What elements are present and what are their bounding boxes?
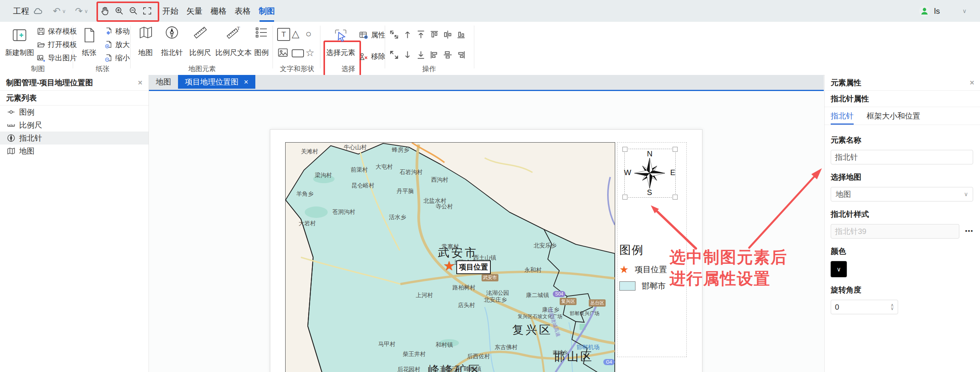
zoom-in-tool-icon[interactable] (114, 0, 124, 22)
zoom-out-tool-icon[interactable] (129, 0, 138, 22)
canvas-tab-layout[interactable]: 项目地理位置图 × (178, 75, 255, 89)
panel-title: 制图管理-项目地理位置图 (6, 78, 93, 88)
align-bottom-button[interactable] (456, 29, 466, 40)
undo-button[interactable]: ↶∨ (53, 0, 66, 22)
align-center-vertical-button[interactable] (443, 50, 453, 60)
map-label: 店头村 (458, 302, 475, 309)
move-up-button[interactable] (402, 29, 413, 40)
circle-tool-button[interactable]: ○ (305, 28, 312, 40)
dropdown-chevron-icon: ∨ (964, 191, 968, 198)
element-item-legend[interactable]: 图例 (0, 106, 149, 119)
north-arrow-style-input[interactable] (831, 224, 959, 239)
properties-tabs: 指北针 框架大小和位置 (825, 107, 980, 125)
align-left-button[interactable] (429, 50, 439, 60)
legend-item-project-location: ★ 项目位置 (619, 263, 667, 275)
map-label: S04 (553, 291, 565, 297)
user-avatar[interactable] (919, 0, 930, 22)
pan-tool-icon[interactable] (100, 0, 110, 22)
align-center-horizontal-button[interactable] (443, 29, 453, 40)
zoom-out-paper-button[interactable]: 缩小 (104, 53, 130, 63)
remove-button[interactable]: 移除 (359, 52, 385, 62)
open-template-button[interactable]: 打开模板 (37, 40, 77, 50)
remove-icon (359, 52, 368, 61)
selection-handle-ne[interactable] (673, 147, 678, 152)
color-swatch-button[interactable]: ∨ (831, 261, 847, 277)
ribbon: 新建制图 保存模板 打开模板 导出图片 制图 纸张 移动 (0, 22, 980, 75)
new-cartography-button[interactable]: 新建制图 (5, 24, 34, 62)
rectangle-tool-button[interactable] (292, 49, 304, 57)
tab-close-icon[interactable]: × (244, 78, 248, 86)
element-name-input[interactable] (831, 150, 973, 164)
tab-cartography[interactable]: 制图 (259, 0, 275, 22)
more-options-button[interactable]: ⋯ (965, 226, 974, 236)
align-right-button[interactable] (456, 50, 466, 60)
shrink-element-button[interactable] (389, 29, 399, 40)
add-scalebar-text-button[interactable]: T 比例尺文本 (216, 22, 251, 58)
map-label: 苍洞沟村 (332, 208, 355, 216)
save-template-button[interactable]: 保存模板 (37, 26, 77, 36)
text-tool-button[interactable]: T (277, 28, 290, 41)
north-arrow-item-icon (7, 134, 15, 142)
north-arrow-icon (164, 22, 180, 43)
enlarge-element-button[interactable] (389, 50, 399, 60)
map-label: 石岩沟村 (400, 169, 423, 176)
legend-item-handan: 邯郸市 (619, 281, 667, 291)
properties-panel-close-icon[interactable]: × (970, 78, 974, 87)
element-item-map[interactable]: 地图 (0, 145, 149, 158)
select-map-dropdown[interactable]: 地图 ∨ (831, 187, 973, 201)
element-item-scalebar[interactable]: 比例尺 (0, 119, 149, 132)
rotation-input[interactable]: 0 ∧ ∨ (831, 300, 898, 314)
cloud-icon[interactable] (33, 0, 43, 22)
export-image-button[interactable]: 导出图片 (37, 53, 77, 63)
add-legend-button[interactable]: 图例 (253, 22, 270, 58)
map-label: 关滩村 (301, 148, 318, 155)
project-location-marker[interactable]: ★ (443, 258, 455, 273)
user-name[interactable]: ls (934, 0, 940, 22)
svg-text:T: T (237, 25, 240, 31)
move-to-top-button[interactable] (416, 29, 426, 40)
redo-button[interactable]: ↷∨ (75, 0, 88, 22)
canvas-tab-map[interactable]: 地图 (149, 75, 178, 89)
tab-raster[interactable]: 栅格 (211, 0, 227, 22)
group-label-operations: 操作 (389, 64, 469, 73)
add-north-arrow-button[interactable]: 指北针 (159, 22, 185, 58)
tab-table[interactable]: 表格 (235, 0, 251, 22)
move-to-bottom-button[interactable] (416, 50, 426, 60)
star-tool-button[interactable]: ☆ (305, 47, 314, 59)
layout-canvas[interactable]: 地图 项目地理位置图 × (149, 75, 824, 372)
zoom-fit-tool-icon[interactable] (142, 0, 152, 22)
map-label: 上河村 (416, 292, 433, 299)
element-item-north-arrow[interactable]: 指北针 (0, 132, 149, 145)
user-menu-chevron-icon[interactable]: ∨ (962, 0, 967, 22)
map-labels: 武安市复兴区邯山区峰峰矿区关滩村牛心山村蜂房乡梁沟村前渠村大屯村石岩沟村西沟村昆… (286, 143, 615, 372)
attributes-button[interactable]: 属性 (359, 30, 385, 40)
map-label: 王看三村 (439, 366, 462, 372)
select-element-button[interactable]: 选择元素 (325, 24, 356, 62)
map-element[interactable]: 武安市复兴区邯山区峰峰矿区关滩村牛心山村蜂房乡梁沟村前渠村大屯村石岩沟村西沟村昆… (285, 142, 615, 372)
map-label: 羊角乡 (296, 190, 314, 198)
tab-north-arrow[interactable]: 指北针 (831, 107, 854, 125)
triangle-tool-button[interactable]: △ (292, 28, 299, 40)
tab-vector[interactable]: 矢量 (186, 0, 203, 22)
align-top-button[interactable] (429, 29, 439, 40)
color-chevron-icon: ∨ (836, 266, 841, 273)
map-label: 北安庄乡 (484, 296, 507, 304)
project-menu[interactable]: 工程 (13, 0, 29, 22)
tab-frame-size-position[interactable]: 框架大小和位置 (867, 107, 920, 125)
move-paper-button[interactable]: 移动 (104, 26, 130, 36)
panel-close-icon[interactable]: × (138, 78, 142, 87)
move-down-button[interactable] (402, 50, 413, 60)
legend-star-icon: ★ (619, 263, 629, 275)
paper-button[interactable]: 纸张 (77, 24, 101, 62)
element-name-label: 元素名称 (831, 135, 974, 145)
redo-dropdown-icon[interactable]: ∨ (84, 8, 88, 14)
add-map-button[interactable]: 地图 (135, 22, 156, 58)
zoom-in-paper-button[interactable]: 放大 (104, 40, 130, 50)
image-tool-button[interactable] (277, 47, 289, 58)
undo-dropdown-icon[interactable]: ∨ (62, 8, 66, 14)
group-label-map-elements: 地图元素 (135, 64, 270, 73)
tab-start[interactable]: 开始 (162, 0, 178, 22)
scalebar-text-icon: T (225, 22, 242, 43)
add-scalebar-button[interactable]: 比例尺 (188, 22, 213, 58)
stepper-icons[interactable]: ∧ ∨ (890, 304, 894, 310)
